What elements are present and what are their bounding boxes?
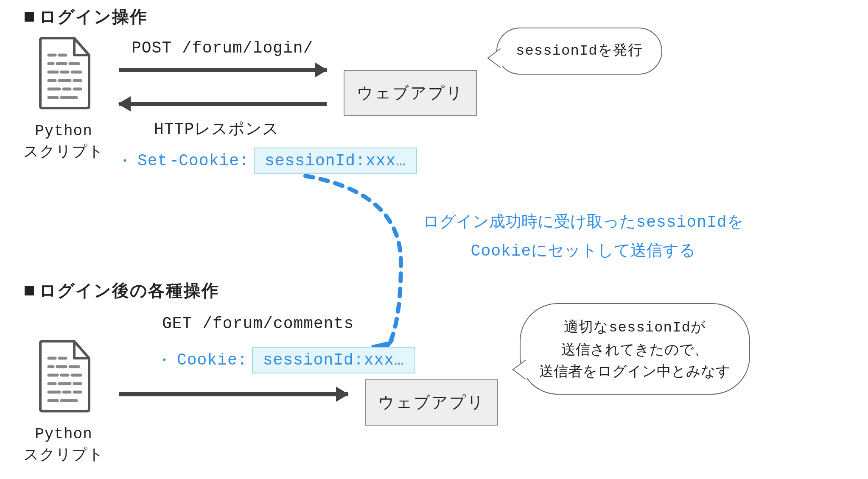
section-title-after-login: ログイン後の各種操作 bbox=[25, 279, 219, 302]
arrow-comments-request bbox=[119, 392, 348, 396]
section-title-text: ログイン後の各種操作 bbox=[39, 279, 219, 302]
square-bullet-icon bbox=[25, 286, 34, 295]
bullet-icon: ・ bbox=[156, 349, 173, 371]
cookie-line: ・ Cookie: sessionId:xxx… bbox=[156, 347, 415, 373]
speech-valid-session: 適切なsessionIdが 送信されてきたので、 送信者をログイン中とみなす bbox=[520, 303, 750, 395]
doc-icon bbox=[36, 339, 93, 413]
session-box: sessionId:xxx… bbox=[252, 347, 415, 373]
cookie-key: Cookie: bbox=[177, 351, 248, 369]
request-label-comments: GET /forum/comments bbox=[162, 315, 354, 333]
webapp-box: ウェブアプリ bbox=[365, 379, 498, 426]
session-flow-note: ログイン成功時に受け取ったsessionIdを Cookieにセットして送信する bbox=[418, 208, 749, 265]
script-label: Python スクリプト bbox=[21, 424, 106, 467]
